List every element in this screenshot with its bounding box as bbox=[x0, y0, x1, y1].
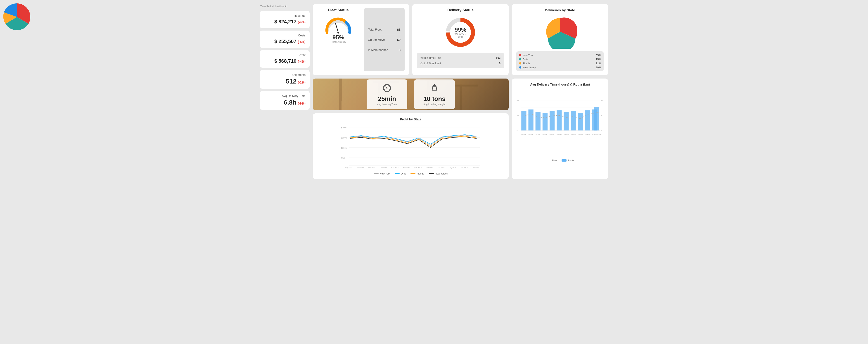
legend-nj-line: New Jersey bbox=[429, 172, 448, 175]
svg-text:0: 0 bbox=[517, 130, 518, 132]
legend-ohio-dot bbox=[519, 58, 521, 60]
svg-text:Feb 2018: Feb 2018 bbox=[414, 167, 422, 169]
svg-text:Mar 2018: Mar 2018 bbox=[571, 134, 576, 135]
svg-text:10: 10 bbox=[601, 100, 603, 102]
avg-loading-time-box: 25min Avg Loading Time bbox=[367, 80, 407, 109]
fleet-status-card: Fleet Status 95% Fleet Efficiency bbox=[313, 4, 409, 75]
svg-text:Nov 2017: Nov 2017 bbox=[380, 167, 387, 169]
svg-rect-61 bbox=[550, 111, 555, 131]
svg-text:Jun 2018: Jun 2018 bbox=[461, 167, 468, 169]
svg-rect-63 bbox=[564, 112, 568, 131]
delivery-title: Delivery Status bbox=[447, 8, 473, 12]
legend-route: Route bbox=[562, 159, 574, 162]
legend-ohio: Ohio 25% bbox=[519, 57, 601, 61]
costs-value: $ 255,507(-4%) bbox=[264, 38, 306, 45]
avg-delivery-title: Avg Delivery Time (hours) & Route (km) bbox=[516, 83, 603, 86]
fleet-stat-total: Total Fleet 63 bbox=[368, 28, 401, 31]
svg-text:Oct 2017: Oct 2017 bbox=[368, 167, 375, 169]
svg-text:May 2018: May 2018 bbox=[585, 134, 590, 135]
svg-text:$100k: $100k bbox=[341, 147, 347, 149]
svg-rect-13 bbox=[460, 85, 462, 110]
svg-text:Apr 2018: Apr 2018 bbox=[438, 167, 444, 169]
legend-nj-pct: 19% bbox=[596, 66, 601, 69]
legend-florida-pct: 21% bbox=[596, 62, 601, 65]
svg-line-19 bbox=[389, 89, 390, 90]
svg-text:Jul 2018: Jul 2018 bbox=[472, 167, 479, 169]
svg-rect-62 bbox=[557, 110, 562, 131]
svg-rect-58 bbox=[528, 110, 533, 131]
delivery-sub: Within Time Limit bbox=[452, 33, 469, 38]
avg-loading-weight-label: Avg Loading Weight bbox=[421, 103, 448, 106]
donut-center: 99% Within Time Limit bbox=[452, 27, 469, 38]
svg-text:Dec 2017: Dec 2017 bbox=[550, 134, 555, 135]
out-of-time-label: Out of Time Limit bbox=[421, 62, 441, 65]
fleet-stat-total-label: Total Fleet bbox=[368, 28, 381, 31]
avg-loading-weight-box: 10 tons Avg Loading Weight bbox=[414, 80, 455, 109]
svg-rect-14 bbox=[455, 85, 478, 87]
profit-value: $ 568,710(-4%) bbox=[264, 58, 306, 64]
legend-ohio-label: Ohio bbox=[523, 58, 528, 61]
out-of-time-row: Out of Time Limit 6 bbox=[421, 61, 500, 66]
avg-delivery-time-label: Avg Delivery Time bbox=[264, 94, 306, 97]
dbs-title: Deliveries by State bbox=[516, 8, 603, 12]
avg-delivery-legend: Time Route bbox=[516, 159, 603, 162]
out-of-time-value: 6 bbox=[499, 62, 500, 65]
svg-text:Sep 2017: Sep 2017 bbox=[528, 134, 533, 135]
svg-text:Sep 2017: Sep 2017 bbox=[356, 167, 364, 169]
svg-text:May 2018: May 2018 bbox=[449, 167, 456, 169]
legend-florida-line: Florida bbox=[410, 172, 424, 175]
avg-delivery-time-value: 6.8h(-9%) bbox=[264, 99, 306, 106]
fleet-stat-maintenance-value: 3 bbox=[399, 48, 401, 52]
svg-text:Oct 2017: Oct 2017 bbox=[535, 134, 540, 135]
fleet-stat-maintenance: In Maintenance 3 bbox=[368, 48, 401, 52]
revenue-value: $ 824,217(-4%) bbox=[264, 19, 306, 25]
legend-ny: New York 35% bbox=[519, 53, 601, 57]
svg-text:$50k: $50k bbox=[341, 157, 346, 159]
legend-time: Time bbox=[546, 159, 557, 162]
svg-text:400: 400 bbox=[517, 115, 519, 116]
svg-rect-66 bbox=[585, 110, 590, 131]
svg-text:Aug 2017: Aug 2017 bbox=[521, 134, 526, 135]
svg-point-22 bbox=[434, 85, 435, 86]
shipments-value: 512(-1%) bbox=[264, 78, 306, 85]
profit-chart-legend: New York Ohio Florida New Jersey bbox=[317, 172, 504, 175]
legend-ny-label: New York bbox=[523, 54, 533, 57]
delivery-pct: 99% bbox=[452, 27, 469, 33]
svg-point-1 bbox=[337, 32, 339, 33]
legend-ny-dot bbox=[519, 54, 521, 56]
svg-rect-64 bbox=[571, 111, 576, 131]
svg-point-17 bbox=[386, 88, 388, 89]
profit-chart-title: Profit by State bbox=[317, 117, 504, 121]
svg-rect-65 bbox=[578, 113, 583, 131]
avg-delivery-card: Avg Delivery Time (hours) & Route (km) 8… bbox=[512, 79, 608, 179]
costs-label: Costs bbox=[264, 34, 306, 37]
fleet-stat-total-value: 63 bbox=[397, 28, 401, 31]
legend-florida-dot bbox=[519, 62, 521, 64]
within-time-row: Within Time Limit 502 bbox=[421, 55, 500, 61]
within-time-value: 502 bbox=[496, 56, 500, 59]
legend-nj-dot bbox=[519, 66, 521, 68]
weight-icon bbox=[421, 83, 448, 94]
profit-label: Profit bbox=[264, 53, 306, 57]
loading-card: 25min Avg Loading Time 10 tons Avg Loadi… bbox=[313, 79, 508, 110]
svg-text:800: 800 bbox=[517, 100, 519, 102]
costs-card: Costs $ 255,507(-4%) bbox=[260, 31, 310, 48]
svg-text:Jan 2018: Jan 2018 bbox=[557, 134, 562, 135]
deliveries-by-state-card: Deliveries by State bbox=[512, 4, 608, 75]
dbs-content: New York 35% Ohio 25% Florida bbox=[516, 15, 603, 71]
svg-text:Jan 2018: Jan 2018 bbox=[403, 167, 410, 169]
fleet-stat-move: On the Move 60 bbox=[368, 38, 401, 41]
legend-nj-label: New Jersey bbox=[523, 66, 535, 69]
svg-text:Jul 2018: Jul 2018 bbox=[597, 134, 601, 135]
legend-florida-label: Florida bbox=[523, 62, 530, 65]
svg-text:Feb 2018: Feb 2018 bbox=[564, 134, 569, 135]
gauge-wrapper bbox=[323, 15, 353, 33]
sidebar: Time Period: Last Month Revenue $ 824,21… bbox=[260, 4, 310, 179]
shipments-card: Shipments 512(-1%) bbox=[260, 70, 310, 89]
svg-text:Nov 2017: Nov 2017 bbox=[542, 134, 548, 135]
svg-text:Mar 2018: Mar 2018 bbox=[426, 167, 433, 169]
revenue-card: Revenue $ 824,217(-4%) bbox=[260, 11, 310, 28]
legend-nj: New Jersey 19% bbox=[519, 65, 601, 69]
avg-delivery-svg: 800 400 0 10 8 6 bbox=[516, 89, 603, 157]
svg-text:6: 6 bbox=[601, 130, 602, 132]
